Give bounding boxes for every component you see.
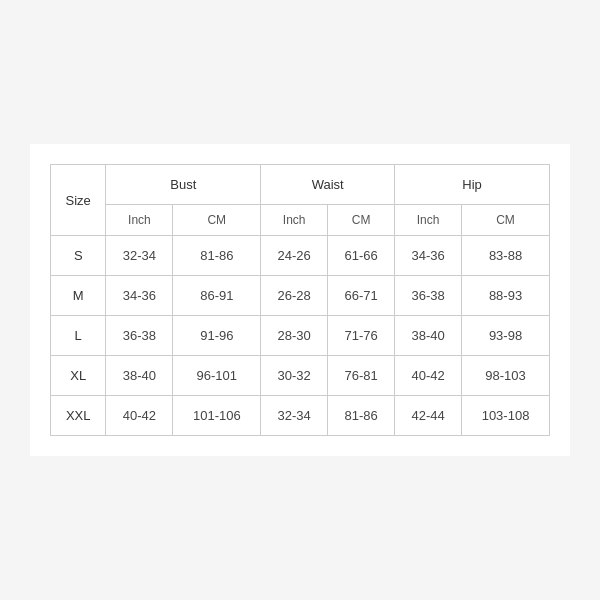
xxl-waist-inch: 32-34	[261, 396, 328, 436]
hip-inch-header: Inch	[395, 205, 462, 236]
s-hip-cm: 83-88	[462, 236, 550, 276]
waist-inch-header: Inch	[261, 205, 328, 236]
table-row: L 36-38 91-96 28-30 71-76 38-40 93-98	[51, 316, 550, 356]
l-waist-cm: 71-76	[328, 316, 395, 356]
size-chart-table: Size Bust Waist Hip Inch CM Inch CM Inch…	[50, 164, 550, 436]
table-row: M 34-36 86-91 26-28 66-71 36-38 88-93	[51, 276, 550, 316]
xxl-hip-inch: 42-44	[395, 396, 462, 436]
table-row: S 32-34 81-86 24-26 61-66 34-36 83-88	[51, 236, 550, 276]
s-bust-cm: 81-86	[173, 236, 261, 276]
xl-waist-inch: 30-32	[261, 356, 328, 396]
s-waist-inch: 24-26	[261, 236, 328, 276]
m-hip-cm: 88-93	[462, 276, 550, 316]
m-hip-inch: 36-38	[395, 276, 462, 316]
xxl-hip-cm: 103-108	[462, 396, 550, 436]
xxl-bust-cm: 101-106	[173, 396, 261, 436]
size-s: S	[51, 236, 106, 276]
hip-group-header: Hip	[395, 165, 550, 205]
l-hip-cm: 93-98	[462, 316, 550, 356]
xl-waist-cm: 76-81	[328, 356, 395, 396]
size-m: M	[51, 276, 106, 316]
xl-bust-inch: 38-40	[106, 356, 173, 396]
s-bust-inch: 32-34	[106, 236, 173, 276]
bust-inch-header: Inch	[106, 205, 173, 236]
l-bust-inch: 36-38	[106, 316, 173, 356]
table-row: XL 38-40 96-101 30-32 76-81 40-42 98-103	[51, 356, 550, 396]
xl-hip-cm: 98-103	[462, 356, 550, 396]
xl-bust-cm: 96-101	[173, 356, 261, 396]
bust-group-header: Bust	[106, 165, 261, 205]
m-bust-cm: 86-91	[173, 276, 261, 316]
xxl-bust-inch: 40-42	[106, 396, 173, 436]
s-hip-inch: 34-36	[395, 236, 462, 276]
xxl-waist-cm: 81-86	[328, 396, 395, 436]
table-row: XXL 40-42 101-106 32-34 81-86 42-44 103-…	[51, 396, 550, 436]
s-waist-cm: 61-66	[328, 236, 395, 276]
l-bust-cm: 91-96	[173, 316, 261, 356]
l-waist-inch: 28-30	[261, 316, 328, 356]
m-bust-inch: 34-36	[106, 276, 173, 316]
waist-cm-header: CM	[328, 205, 395, 236]
waist-group-header: Waist	[261, 165, 395, 205]
m-waist-inch: 26-28	[261, 276, 328, 316]
size-xxl: XXL	[51, 396, 106, 436]
m-waist-cm: 66-71	[328, 276, 395, 316]
xl-hip-inch: 40-42	[395, 356, 462, 396]
size-chart-container: Size Bust Waist Hip Inch CM Inch CM Inch…	[30, 144, 570, 456]
l-hip-inch: 38-40	[395, 316, 462, 356]
hip-cm-header: CM	[462, 205, 550, 236]
size-column-header: Size	[51, 165, 106, 236]
size-l: L	[51, 316, 106, 356]
size-xl: XL	[51, 356, 106, 396]
bust-cm-header: CM	[173, 205, 261, 236]
